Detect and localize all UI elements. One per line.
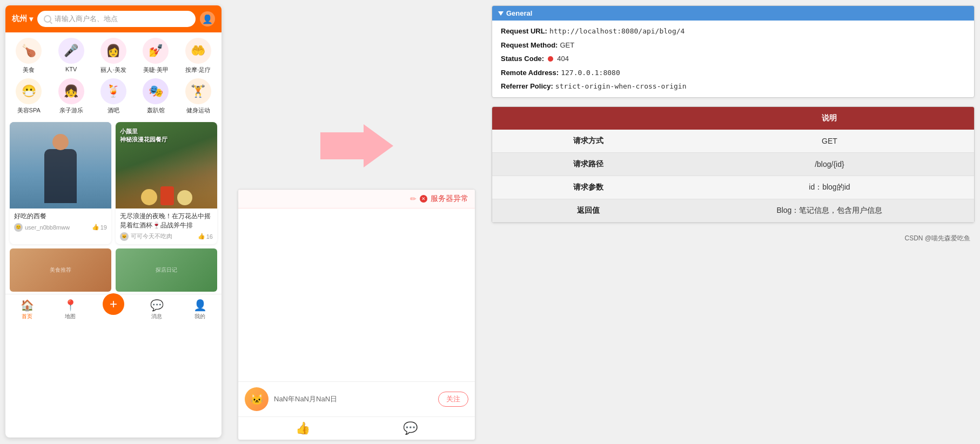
user-avatar-sm-2: 🐱 — [120, 232, 129, 241]
map-label: 地图 — [65, 313, 76, 320]
location-button[interactable]: 杭州 ▾ — [12, 14, 33, 24]
feed-card-1-likes: 👍 19 — [92, 224, 107, 231]
map-icon: 📍 — [64, 299, 77, 312]
status-code-row: Status Code: 404 — [501, 53, 965, 64]
nav-message[interactable]: 💬 消息 — [135, 299, 178, 320]
api-row-params: 请求参数 id：blog的id — [492, 176, 974, 199]
feed-card-1-info: 好吃的西餐 😊 user_n0bb8mww 👍 19 — [10, 208, 111, 235]
profile-label: 我的 — [194, 313, 205, 320]
nav-home[interactable]: 🏠 首页 — [5, 299, 49, 320]
category-item-party[interactable]: 🎭 轰趴馆 — [137, 78, 174, 115]
category-item-spa[interactable]: 😷 美容SPA — [10, 78, 48, 115]
request-method-label: Request Method: — [501, 40, 558, 51]
category-item-food[interactable]: 🍗 美食 — [10, 38, 48, 74]
search-bar[interactable]: 请输入商户名、地点 — [37, 11, 196, 27]
feed-card-1-user: 😊 user_n0bb8mww — [14, 223, 70, 232]
middle-panel: ✏ ✕ 服务器异常 🐱 NaN年NaN月NaN日 关注 👍 💬 — [232, 5, 481, 440]
error-header: ✏ ✕ 服务器异常 — [238, 190, 475, 208]
referrer-policy-value: strict-origin-when-cross-origin — [555, 81, 687, 92]
spa-label: 美容SPA — [17, 106, 41, 115]
feed-card-2-username: 可可今天不吃肉 — [131, 232, 172, 240]
follow-button[interactable]: 关注 — [438, 392, 468, 407]
home-icon: 🏠 — [21, 299, 34, 312]
feed-card-1-meta: 😊 user_n0bb8mww 👍 19 — [14, 223, 107, 232]
feed-card-bottom-2[interactable]: 探店日记 — [116, 248, 217, 292]
error-box: ✏ ✕ 服务器异常 🐱 NaN年NaN月NaN日 关注 👍 💬 — [238, 189, 475, 440]
party-label: 轰趴馆 — [147, 106, 165, 115]
home-label: 首页 — [22, 313, 32, 320]
category-item-beauty[interactable]: 👩 丽人·美发 — [95, 38, 132, 74]
arrow-container — [232, 113, 481, 178]
remote-address-label: Remote Address: — [501, 68, 559, 78]
party-icon: 🎭 — [143, 78, 169, 104]
beauty-icon: 👩 — [100, 38, 126, 64]
status-dot — [548, 56, 553, 62]
bottom-toolbar: 👍 💬 — [238, 416, 475, 440]
error-message: 服务器异常 — [431, 194, 468, 204]
api-row-path: 请求路径 /blog/{id} — [492, 152, 974, 176]
nav-map[interactable]: 📍 地图 — [49, 299, 92, 320]
general-box: General Request URL: http://localhost:80… — [492, 5, 975, 98]
api-table-header-row: 说明 — [492, 107, 974, 130]
user-date: NaN年NaN月NaN日 — [274, 394, 433, 404]
feed-card-2-image: 小颜里神秘浪漫花园餐厅 — [116, 122, 217, 208]
kids-icon: 👧 — [58, 78, 84, 104]
category-item-massage[interactable]: 🤲 按摩·足疗 — [179, 38, 217, 74]
feed-card-2-info: 无尽浪漫的夜晚！在万花丛中摇晃着红酒杯🍷品战斧牛排 🐱 可可今天不吃肉 👍 16 — [116, 208, 217, 244]
woman-bg — [10, 122, 111, 208]
user-avatar-sm: 😊 — [14, 223, 23, 232]
category-item-bar[interactable]: 🍹 酒吧 — [95, 78, 132, 115]
search-placeholder: 请输入商户名、地点 — [55, 14, 118, 24]
nail-label: 美睫·美甲 — [143, 66, 169, 74]
general-title: General — [506, 9, 532, 17]
referrer-policy-row: Referrer Policy: strict-origin-when-cros… — [501, 81, 965, 92]
request-method-value: GET — [560, 40, 574, 51]
error-content — [238, 208, 475, 381]
feed-card-bottom-1[interactable]: 美食推荐 — [10, 248, 111, 292]
feed-area: 好吃的西餐 😊 user_n0bb8mww 👍 19 — [5, 120, 221, 294]
api-col1-header — [492, 107, 685, 130]
user-avatar-icon[interactable]: 👤 — [200, 11, 215, 26]
beauty-label: 丽人·美发 — [100, 66, 126, 74]
ktv-icon: 🎤 — [58, 38, 84, 64]
arrow-head — [364, 124, 393, 167]
restaurant-overlay-text: 小颜里神秘浪漫花园餐厅 — [120, 127, 213, 144]
like-icon-2: 👍 — [198, 233, 205, 240]
comment-toolbar-btn[interactable]: 💬 — [403, 421, 418, 435]
like-icon-1: 👍 — [92, 224, 99, 231]
profile-icon: 👤 — [193, 299, 207, 312]
category-item-fitness[interactable]: 🏋 健身运动 — [179, 78, 217, 115]
api-return-col1: 返回值 — [492, 199, 685, 222]
referrer-policy-label: Referrer Policy: — [501, 81, 553, 92]
plate2 — [160, 186, 174, 205]
category-item-kids[interactable]: 👧 亲子游乐 — [52, 78, 90, 115]
nav-profile[interactable]: 👤 我的 — [178, 299, 221, 320]
category-item-ktv[interactable]: 🎤 KTV — [52, 38, 90, 74]
pencil-icon: ✏ — [410, 194, 417, 203]
nail-icon: 💅 — [143, 38, 169, 64]
api-return-col2: Blog：笔记信息，包含用户信息 — [685, 199, 974, 222]
nav-plus[interactable]: + — [92, 299, 135, 320]
request-url-row: Request URL: http://localhost:8080/api/b… — [501, 26, 965, 37]
fitness-label: 健身运动 — [186, 106, 210, 115]
feed-card-2[interactable]: 小颜里神秘浪漫花园餐厅 无尽浪漫的夜晚！在万花丛中摇晃着红酒杯🍷品战斧牛排 🐱 … — [116, 122, 217, 244]
api-row-return: 返回值 Blog：笔记信息，包含用户信息 — [492, 199, 974, 222]
like-count-1: 19 — [100, 224, 107, 231]
feed-card-1[interactable]: 好吃的西餐 😊 user_n0bb8mww 👍 19 — [10, 122, 111, 244]
restaurant-bg: 小颜里神秘浪漫花园餐厅 — [116, 122, 217, 208]
woman-silhouette — [44, 149, 77, 203]
general-body: Request URL: http://localhost:8080/api/b… — [492, 21, 974, 97]
fitness-icon: 🏋 — [185, 78, 211, 104]
feed-card-1-username: user_n0bb8mww — [25, 224, 70, 231]
feed-bottom-row: 美食推荐 探店日记 — [10, 248, 217, 292]
feed-card-1-image — [10, 122, 111, 208]
message-icon: 💬 — [150, 299, 164, 312]
food-icon: 🍗 — [16, 38, 42, 64]
like-toolbar-btn[interactable]: 👍 — [296, 421, 310, 435]
api-path-col1: 请求路径 — [492, 152, 685, 176]
error-x: ✕ — [421, 196, 426, 201]
category-item-nail[interactable]: 💅 美睫·美甲 — [137, 38, 174, 74]
api-method-col1: 请求方式 — [492, 130, 685, 153]
api-path-col2: /blog/{id} — [685, 152, 974, 176]
plus-button[interactable]: + — [103, 293, 124, 315]
